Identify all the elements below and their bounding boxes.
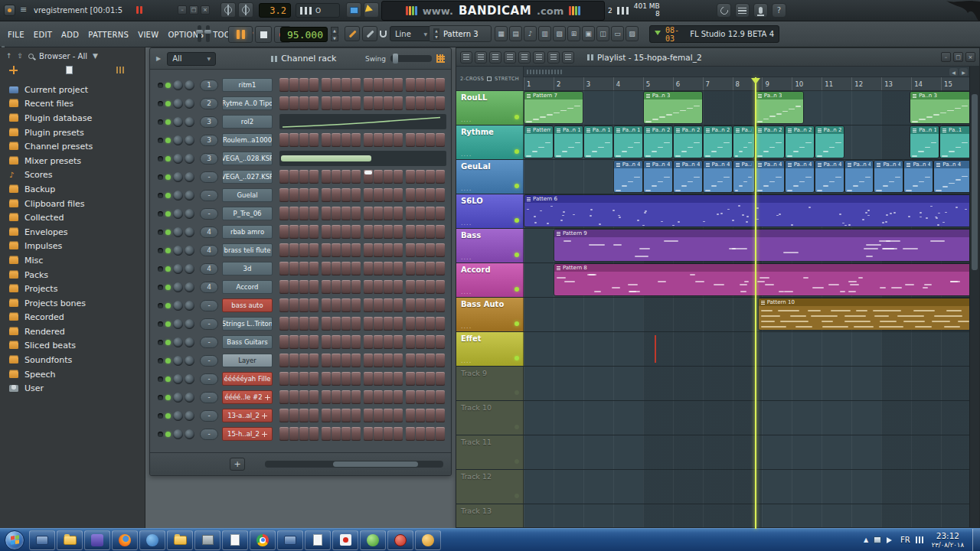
- step-cell[interactable]: [394, 133, 403, 147]
- step-cell[interactable]: [351, 427, 361, 441]
- step-cell[interactable]: [416, 262, 425, 276]
- step-cell[interactable]: [364, 243, 373, 257]
- step-cell[interactable]: [406, 188, 415, 202]
- step-cell[interactable]: [374, 262, 383, 276]
- step-cell[interactable]: [436, 133, 445, 147]
- step-cell[interactable]: [309, 298, 318, 312]
- step-cell[interactable]: [332, 317, 341, 331]
- channel-pan-knob[interactable]: [173, 264, 183, 274]
- step-cell[interactable]: [299, 225, 309, 239]
- step-cell[interactable]: [384, 96, 393, 110]
- pattern-clip[interactable]: Pa..n 1: [583, 126, 613, 158]
- track-lane[interactable]: PatterrPa..n 1Pa..n 1Pa..n 1Pa..n 2Pa..n…: [524, 126, 969, 159]
- channel-activity-led[interactable]: [165, 432, 171, 437]
- channel-button[interactable]: Guelal: [222, 188, 273, 202]
- slip-tool-button[interactable]: [518, 51, 531, 64]
- pattern-clip[interactable]: Pa..n 1: [613, 126, 643, 158]
- step-cell[interactable]: [384, 225, 393, 239]
- step-cell[interactable]: [416, 317, 425, 331]
- menu-item-edit[interactable]: EDIT: [34, 31, 52, 39]
- track-lane[interactable]: [524, 435, 969, 469]
- track-name-cell[interactable]: RouLL....: [456, 91, 524, 125]
- step-cell[interactable]: [332, 170, 341, 184]
- step-cell[interactable]: [406, 354, 415, 367]
- step-cell[interactable]: [332, 372, 341, 386]
- pattern-selector[interactable]: ▲ ▼ Pattern 3: [429, 25, 492, 42]
- step-cell[interactable]: [351, 225, 361, 239]
- step-cell[interactable]: [406, 243, 415, 257]
- step-cell[interactable]: [406, 78, 415, 92]
- delete-tool-button[interactable]: [489, 51, 501, 64]
- channel-button[interactable]: Strings L..Triton: [222, 317, 273, 331]
- channel-pan-knob[interactable]: [173, 209, 183, 219]
- pattern-clip[interactable]: Pa..n 1: [554, 126, 583, 158]
- start-button[interactable]: [5, 530, 24, 550]
- channel-mute-led[interactable]: [158, 413, 163, 419]
- show-desktop-button[interactable]: [972, 529, 980, 551]
- step-cell[interactable]: [351, 96, 361, 110]
- step-cell[interactable]: [394, 354, 403, 367]
- channel-button[interactable]: brass teli flute: [222, 243, 273, 257]
- step-cell[interactable]: [341, 243, 351, 257]
- step-cell[interactable]: [416, 78, 425, 92]
- track-led[interactable]: [514, 321, 519, 326]
- browser-item-projects-bones[interactable]: Projects bones: [0, 296, 145, 311]
- step-cell[interactable]: [309, 243, 318, 257]
- channel-target-button[interactable]: 4: [200, 263, 218, 275]
- taskbar-icon-bandicam-recorder[interactable]: [332, 530, 358, 550]
- step-cell[interactable]: [289, 409, 299, 422]
- step-cell[interactable]: [416, 133, 425, 147]
- pattern-clip[interactable]: Pa..n 4: [703, 160, 733, 193]
- playlist-window-button-1[interactable]: □: [953, 52, 963, 62]
- step-cell[interactable]: [289, 225, 299, 239]
- step-cell[interactable]: [436, 427, 445, 441]
- automation-sliver[interactable]: [655, 335, 656, 363]
- step-cell[interactable]: [289, 335, 299, 349]
- step-cell[interactable]: [416, 280, 425, 294]
- channel-mute-led[interactable]: [158, 340, 163, 345]
- step-cell[interactable]: [406, 298, 415, 312]
- browser-item-recent-files[interactable]: Recent files: [0, 97, 145, 112]
- step-cell[interactable]: [322, 262, 331, 276]
- channel-mute-led[interactable]: [158, 321, 163, 327]
- playlist-corner-options[interactable]: 2-CROSS STRETCH: [456, 67, 524, 91]
- channel-mute-led[interactable]: [158, 303, 163, 308]
- step-cell[interactable]: [322, 280, 331, 294]
- step-cell[interactable]: [426, 372, 435, 386]
- step-cell[interactable]: [364, 335, 373, 349]
- step-cell[interactable]: [384, 170, 393, 184]
- channel-button[interactable]: rbab amro: [222, 225, 273, 239]
- step-cell[interactable]: [426, 207, 435, 220]
- step-cell[interactable]: [299, 427, 309, 441]
- step-cell[interactable]: [364, 280, 373, 294]
- step-cell[interactable]: [332, 390, 341, 404]
- channel-mute-led[interactable]: [158, 395, 163, 400]
- step-cell[interactable]: [426, 243, 435, 257]
- up-arrow-icon[interactable]: ↑: [6, 52, 12, 60]
- step-cell[interactable]: [364, 188, 373, 202]
- channel-pan-knob[interactable]: [173, 172, 183, 182]
- channel-activity-led[interactable]: [165, 248, 171, 253]
- step-cell[interactable]: [416, 188, 425, 202]
- playhead-marker-icon[interactable]: [751, 78, 760, 89]
- step-cell[interactable]: [374, 133, 383, 147]
- app-icon[interactable]: [4, 5, 15, 16]
- scroll-thumb[interactable]: [333, 461, 419, 467]
- channel-volume-knob[interactable]: [185, 356, 194, 366]
- step-cell[interactable]: [436, 262, 445, 276]
- spin-down-icon[interactable]: ▼: [331, 34, 338, 41]
- step-cell[interactable]: [394, 390, 403, 404]
- step-cell[interactable]: [341, 409, 351, 422]
- taskbar-icon-app-window-2[interactable]: [277, 530, 303, 550]
- step-cell[interactable]: [332, 280, 341, 294]
- channel-volume-knob[interactable]: [185, 154, 194, 164]
- step-cell[interactable]: [394, 262, 403, 276]
- track-name-cell[interactable]: S6LO....: [456, 194, 524, 228]
- step-cell[interactable]: [341, 262, 351, 276]
- track-lane[interactable]: Pattern 8: [524, 263, 969, 297]
- step-cell[interactable]: [374, 188, 383, 202]
- step-cell[interactable]: [351, 354, 361, 367]
- step-cell[interactable]: [374, 96, 383, 110]
- step-cell[interactable]: [416, 427, 425, 441]
- channel-target-button[interactable]: -: [200, 190, 218, 201]
